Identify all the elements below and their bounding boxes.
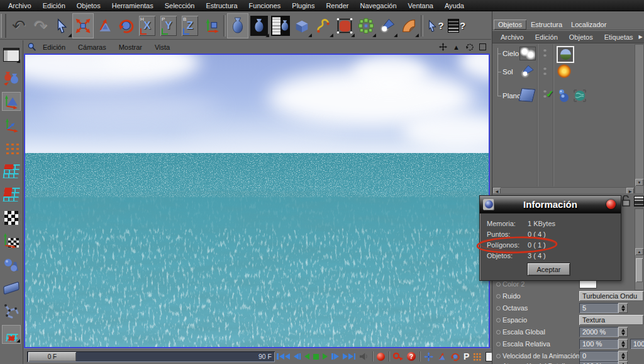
menu-funciones[interactable]: Funciones [243, 2, 287, 9]
atenuacion-spinner[interactable] [618, 361, 628, 364]
velocidad-spinner[interactable] [618, 351, 628, 361]
escala-relativa-spinner[interactable] [618, 339, 628, 349]
add-modifier-icon[interactable] [355, 13, 377, 38]
expression-tag[interactable] [557, 88, 572, 103]
add-primitive-cube-icon[interactable] [291, 13, 313, 38]
panel-mode-icon[interactable] [634, 196, 644, 207]
attributes-vscrollbar[interactable]: ▲ [635, 208, 644, 290]
menu-archivo[interactable]: Archivo [3, 2, 37, 9]
menu-seleccion[interactable]: Selección [159, 2, 201, 9]
sky-material-tag[interactable] [557, 46, 574, 63]
escala-relativa-field[interactable]: 100 % [579, 339, 618, 349]
viewport-menu-vista[interactable]: Vista [148, 43, 176, 51]
bones-icon[interactable] [2, 302, 21, 321]
goto-end-icon[interactable] [341, 350, 358, 363]
attr-scroll-up-icon[interactable]: ▲ [635, 248, 643, 255]
vscroll-down-icon[interactable]: ▼ [635, 179, 643, 186]
command-help-icon[interactable]: ? [446, 13, 467, 38]
aceptar-button[interactable]: Aceptar [528, 263, 570, 275]
render-picture-viewer-icon[interactable] [248, 13, 270, 38]
add-spline-icon[interactable] [313, 13, 334, 38]
move-tool-icon[interactable] [72, 13, 94, 38]
redo-icon[interactable]: ↷ [30, 13, 51, 38]
sun-material-tag[interactable] [557, 64, 571, 78]
edges-mode-icon[interactable] [2, 162, 21, 181]
viewport-menu-camaras[interactable]: Cámaras [72, 43, 113, 51]
add-light-icon[interactable] [377, 13, 398, 38]
undo-icon[interactable]: ↶ [8, 13, 30, 38]
object-row-cielo[interactable]: Cielo [502, 50, 519, 57]
camera-move-icon[interactable] [422, 350, 435, 363]
points-mode-icon[interactable] [2, 139, 21, 157]
render-view-icon[interactable] [227, 13, 248, 38]
om-menu-objetos[interactable]: Objetos [564, 33, 599, 41]
object-row-plano[interactable]: Plano [502, 92, 521, 100]
escala-global-field[interactable]: 2000 % [579, 327, 618, 337]
menu-objetos[interactable]: Objetos [71, 2, 106, 9]
escala-relativa-field2[interactable]: 100 [630, 339, 644, 349]
maximize-view-icon[interactable] [479, 43, 486, 50]
menu-plugins[interactable]: Plugins [286, 2, 320, 9]
camera-rotate-icon[interactable] [448, 350, 462, 363]
toolbar-grip[interactable] [1, 14, 6, 38]
timeline-track[interactable]: 0 F 90 F [27, 351, 275, 362]
perspective-viewport[interactable] [24, 54, 490, 348]
projection-toggle-icon[interactable]: P [462, 350, 471, 363]
render-settings-icon[interactable] [270, 13, 291, 38]
object-list-vscrollbar[interactable]: ▼ [635, 44, 644, 195]
om-menu-edicion[interactable]: Edición [530, 33, 564, 41]
animation-help-icon[interactable]: ? [405, 350, 418, 363]
coordinate-system-icon[interactable] [201, 13, 222, 38]
polygons-mode-icon[interactable] [2, 185, 21, 204]
lock-y-axis-button[interactable]: PY [158, 13, 179, 38]
pan-view-icon[interactable] [439, 43, 447, 51]
tab-localizador[interactable]: Localizador [567, 20, 611, 30]
octavas-spinner[interactable] [618, 303, 628, 313]
menu-ventana[interactable]: Ventana [402, 2, 439, 9]
color2-swatch[interactable] [580, 280, 596, 288]
sky-object-icon[interactable] [520, 47, 535, 60]
texture-axis-mode-icon[interactable] [2, 232, 21, 251]
camera-scale-icon[interactable] [435, 350, 448, 363]
timeline-current-frame-handle[interactable]: 0 F [28, 352, 76, 361]
add-deformer-icon[interactable] [398, 13, 419, 38]
unlock-icon[interactable] [621, 195, 631, 207]
make-editable-icon[interactable] [2, 69, 21, 88]
viewport-menu-mostrar[interactable]: Mostrar [113, 43, 148, 51]
object-axis-mode-icon[interactable] [2, 115, 21, 134]
play-forward-icon[interactable] [321, 350, 330, 363]
prev-key-icon[interactable] [292, 350, 303, 363]
rotate-view-icon[interactable] [465, 43, 474, 51]
sound-toggle-icon[interactable] [357, 350, 370, 363]
viewport-menu-edicion[interactable]: Edición [36, 43, 72, 51]
menu-navegacion[interactable]: Navegación [354, 2, 402, 9]
om-menu-etiquetas[interactable]: Etiquetas [599, 33, 639, 41]
scale-tool-icon[interactable] [94, 13, 115, 38]
om-menu-overflow-icon[interactable]: ▶ [639, 34, 644, 40]
context-help-icon[interactable]: ? [425, 13, 446, 38]
lock-x-axis-button[interactable]: HX [136, 13, 158, 38]
octavas-field[interactable]: 5 [579, 303, 618, 313]
model-mode-icon[interactable] [2, 92, 21, 111]
texture-mode-icon[interactable] [2, 208, 21, 227]
add-hypernurbs-icon[interactable] [334, 13, 355, 38]
tab-estructura[interactable]: Estructura [526, 20, 567, 30]
next-key-icon[interactable] [330, 350, 341, 363]
menu-edicion[interactable]: Edición [37, 2, 71, 9]
espacio-dropdown[interactable]: Textura [579, 315, 643, 325]
menu-ayuda[interactable]: Ayuda [439, 2, 470, 9]
tab-objetos[interactable]: Objetos [494, 20, 526, 30]
zoom-view-icon[interactable]: ▲ [453, 43, 460, 51]
stop-icon[interactable] [311, 350, 321, 363]
menu-render[interactable]: Render [320, 2, 354, 9]
light-object-icon[interactable] [520, 64, 535, 78]
lock-z-axis-button[interactable]: BZ [179, 13, 201, 38]
velocidad-field[interactable]: 0 [579, 351, 618, 361]
plane-object-icon[interactable] [519, 89, 535, 101]
selection-filter-icon[interactable] [2, 325, 21, 344]
dialog-close-icon[interactable] [606, 200, 616, 209]
ocean-material-tag[interactable] [573, 89, 587, 103]
layout-manager-icon[interactable] [2, 45, 21, 64]
atenuacion-field[interactable]: 100 % [579, 361, 618, 364]
object-row-sol[interactable]: Sol [502, 68, 513, 76]
